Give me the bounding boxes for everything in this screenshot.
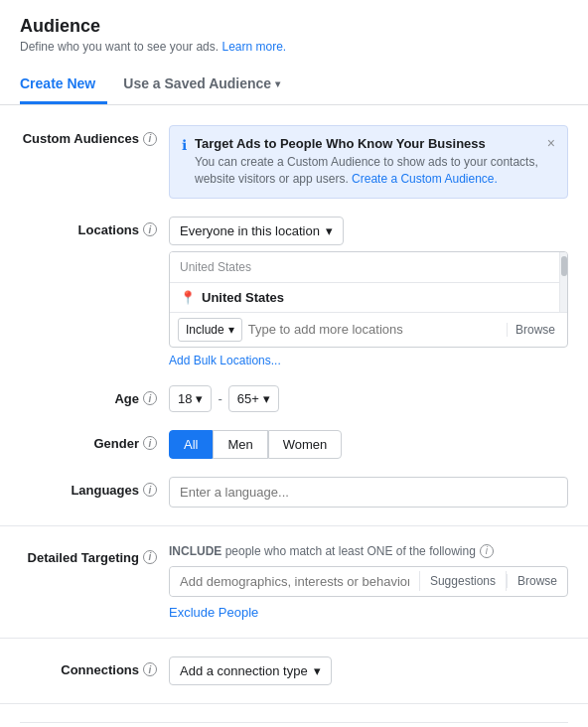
exclude-people-link[interactable]: Exclude People (169, 605, 258, 620)
custom-audiences-row: Custom Audiences i ℹ Target Ads to Peopl… (20, 125, 568, 199)
tab-use-saved[interactable]: Use a Saved Audience ▾ (123, 68, 292, 104)
age-min-select[interactable]: 18 ▾ (169, 385, 212, 412)
connections-arrow-icon: ▾ (314, 663, 321, 678)
detailed-targeting-info-icon[interactable]: i (143, 550, 157, 564)
include-dropdown[interactable]: Include ▾ (178, 318, 242, 342)
locations-dropdown-arrow: ▾ (326, 223, 333, 238)
custom-audiences-content: ℹ Target Ads to People Who Know Your Bus… (169, 125, 568, 199)
page-subtitle-text: Define who you want to see your ads. (20, 40, 219, 54)
age-min-arrow: ▾ (196, 391, 203, 406)
section-divider-1 (0, 525, 588, 526)
languages-content (169, 477, 568, 508)
section-divider-3 (0, 703, 588, 704)
languages-info-icon[interactable]: i (143, 483, 157, 497)
age-selectors: 18 ▾ - 65+ ▾ (169, 385, 568, 412)
detailed-include-row: INCLUDE people who match at least ONE of… (169, 544, 568, 558)
gender-row: Gender i All Men Women (20, 430, 568, 459)
tabs-row: Create New Use a Saved Audience ▾ (0, 68, 588, 105)
locations-content: Everyone in this location ▾ United State… (169, 217, 568, 367)
languages-row: Languages i (20, 477, 568, 508)
tab-create-new[interactable]: Create New (20, 68, 107, 104)
create-custom-audience-link[interactable]: Create a Custom Audience. (352, 172, 498, 186)
location-country-header: United States (170, 252, 559, 283)
add-bulk-link[interactable]: Add Bulk Locations... (169, 354, 281, 367)
suggestions-button[interactable]: Suggestions (420, 574, 506, 588)
include-arrow-icon: ▾ (228, 323, 234, 337)
locations-dropdown[interactable]: Everyone in this location ▾ (169, 217, 344, 245)
browse-targeting-button[interactable]: Browse (507, 574, 567, 588)
age-content: 18 ▾ - 65+ ▾ (169, 385, 568, 412)
gender-buttons: All Men Women (169, 430, 568, 459)
save-button-row: Save This Audience (20, 722, 568, 727)
detailed-include-text: INCLUDE people who match at least ONE of… (169, 544, 476, 558)
detailed-targeting-label: Detailed Targeting i (20, 544, 169, 565)
page-title: Audience Define who you want to see your… (20, 16, 568, 54)
gender-info-icon[interactable]: i (143, 436, 157, 450)
location-scrollbar[interactable] (559, 252, 567, 312)
learn-more-link[interactable]: Learn more. (221, 40, 286, 54)
targeting-search-box: Suggestions Browse (169, 566, 568, 597)
locations-info-icon[interactable]: i (143, 222, 157, 236)
location-browse-button[interactable]: Browse (507, 323, 559, 337)
connections-row: Connections i Add a connection type ▾ (20, 656, 568, 685)
scrollbar-thumb (561, 256, 567, 276)
info-box-icon: ℹ (182, 137, 187, 153)
targeting-input[interactable] (170, 567, 419, 596)
location-search-row: Include ▾ Browse (170, 312, 567, 347)
custom-audiences-info-box: ℹ Target Ads to People Who Know Your Bus… (169, 125, 568, 199)
age-max-select[interactable]: 65+ ▾ (228, 385, 279, 412)
languages-input[interactable] (169, 477, 568, 508)
location-pin-icon: 📍 (180, 290, 196, 305)
connections-dropdown[interactable]: Add a connection type ▾ (169, 656, 332, 685)
locations-label: Locations i (20, 217, 169, 237)
age-row: Age i 18 ▾ - 65+ ▾ (20, 385, 568, 412)
gender-content: All Men Women (169, 430, 568, 459)
tab-arrow-icon: ▾ (275, 78, 280, 89)
age-info-icon[interactable]: i (143, 391, 157, 405)
location-item: 📍 United States (170, 283, 559, 312)
custom-audiences-label: Custom Audiences i (20, 125, 169, 146)
section-divider-2 (0, 638, 588, 639)
connections-label: Connections i (20, 656, 169, 677)
info-box-desc: You can create a Custom Audience to show… (195, 154, 539, 188)
age-max-arrow: ▾ (263, 391, 270, 406)
gender-women-button[interactable]: Women (268, 430, 343, 459)
gender-label: Gender i (20, 430, 169, 451)
detailed-targeting-content: INCLUDE people who match at least ONE of… (169, 544, 568, 620)
gender-men-button[interactable]: Men (213, 430, 267, 459)
languages-label: Languages i (20, 477, 169, 498)
detailed-targeting-row: Detailed Targeting i INCLUDE people who … (20, 544, 568, 620)
age-separator: - (218, 391, 221, 406)
custom-audiences-info-icon[interactable]: i (143, 132, 157, 146)
connections-info-icon[interactable]: i (143, 662, 157, 676)
age-label: Age i (20, 385, 169, 406)
location-search-input[interactable] (248, 322, 501, 337)
connections-content: Add a connection type ▾ (169, 656, 568, 685)
locations-row: Locations i Everyone in this location ▾ … (20, 217, 568, 367)
info-box-title: Target Ads to People Who Know Your Busin… (195, 136, 539, 151)
location-box: United States 📍 United States Incl (169, 251, 568, 348)
gender-all-button[interactable]: All (169, 430, 213, 459)
info-box-close-icon[interactable]: × (547, 136, 555, 150)
detailed-include-info-icon[interactable]: i (480, 544, 494, 558)
